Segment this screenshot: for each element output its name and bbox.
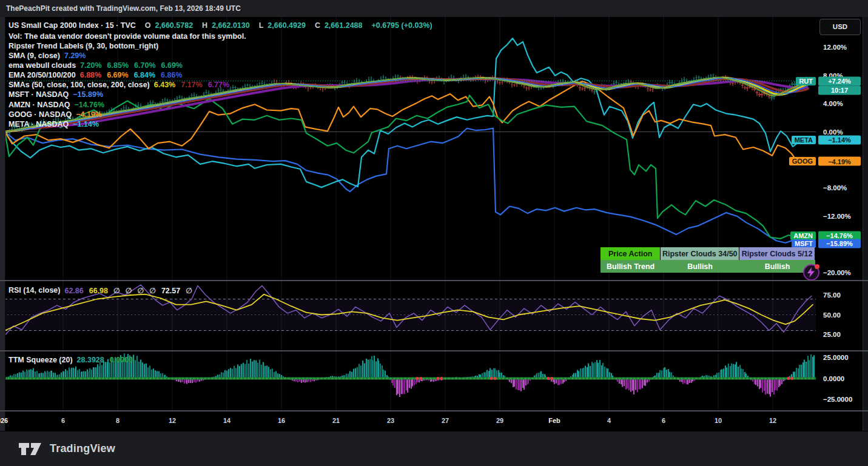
squeeze-off-dot (331, 378, 333, 379)
legend-row-ttm[interactable]: TTM Squeeze (20)28.39280.0000 (8, 355, 138, 365)
collapsed-toolbar-strip[interactable] (0, 17, 5, 431)
ttm-bar (399, 379, 400, 398)
lightning-action-button[interactable] (803, 264, 819, 281)
legend-row-volume-note[interactable]: Vol: The data vendor doesn't provide vol… (8, 32, 246, 41)
squeeze-off-dot (775, 378, 777, 379)
ttm-bar (372, 360, 373, 378)
rsi-legend-value: ∅ (113, 287, 120, 295)
squeeze-on-dot (437, 377, 440, 380)
series-label-badge-msft: MSFT (792, 239, 816, 248)
ttm-bar (353, 369, 354, 379)
ttm-bar (580, 368, 581, 379)
ripster-header-price-action: Price Action (601, 247, 660, 260)
ttm-bar (806, 362, 807, 379)
squeeze-off-dot (793, 378, 795, 379)
ttm-bar (778, 379, 779, 387)
ttm-bar (257, 363, 258, 379)
ttm-bar (742, 369, 744, 378)
ttm-bar (720, 370, 721, 378)
ttm-bar (775, 379, 776, 390)
currency-unit-button[interactable]: USD (819, 19, 861, 35)
pane-separator-rsi-ttm[interactable] (0, 350, 868, 351)
legend-row-sma-9[interactable]: SMA (9, close)7.29% (8, 51, 91, 61)
legend-label: MSFT · NASDAQ (8, 90, 69, 99)
squeeze-off-dot (797, 378, 799, 379)
ttm-bar (263, 362, 264, 379)
squeeze-off-dot (459, 378, 460, 379)
ttm-bar (738, 367, 739, 378)
ttm-bar (604, 367, 605, 378)
time-tick-14: 14 (223, 417, 230, 424)
series-label-badge-goog: GOOG (789, 157, 816, 165)
squeeze-off-dot (142, 378, 144, 379)
legend-row-smas-50-100-200[interactable]: SMAs (50, close, 100, close, 200, close)… (8, 80, 235, 90)
legend-row-meta[interactable]: META · NASDAQ−1.14% (8, 119, 104, 129)
ttm-bar (375, 361, 377, 378)
legend-row-ripster-trend-labels[interactable]: Ripster Trend Labels (9, 30, bottom_righ… (8, 41, 158, 51)
squeeze-off-dot (408, 378, 409, 379)
squeeze-off-dot (255, 378, 257, 379)
squeeze-off-dot (411, 378, 413, 379)
legend-row-ema-20-50-100-200[interactable]: EMA 20/50/100/2006.88%6.69%6.84%6.86% (8, 70, 188, 80)
squeeze-off-dot (753, 378, 755, 379)
ttm-bar (266, 365, 267, 378)
squeeze-off-dot (244, 378, 246, 379)
ohlc-value: 2,661.2488 (325, 21, 363, 30)
squeeze-off-dot (557, 378, 559, 379)
ttm-bar (224, 370, 226, 379)
legend-row-goog[interactable]: GOOG · NASDAQ−4.19% (8, 110, 107, 119)
squeeze-off-dot (637, 378, 639, 379)
squeeze-off-dot (229, 378, 231, 379)
squeeze-off-dot (247, 378, 249, 379)
ttm-bar (664, 367, 665, 379)
ttm-bar (402, 379, 403, 394)
legend-value: 7.17% (181, 81, 202, 89)
ttm-bar (71, 368, 72, 379)
legend-label: AMZN · NASDAQ (8, 101, 70, 109)
squeeze-on-dot (791, 377, 794, 380)
time-tick-16: 16 (278, 417, 285, 424)
squeeze-off-dot (608, 378, 610, 379)
squeeze-off-dot (335, 378, 337, 379)
pane-separator-main-rsi[interactable] (0, 280, 868, 281)
ttm-bar (246, 360, 247, 379)
squeeze-off-dot (735, 378, 737, 379)
squeeze-off-dot (757, 378, 759, 379)
squeeze-off-dot (480, 378, 482, 379)
squeeze-off-dot (251, 378, 253, 379)
ttm-bar (268, 367, 269, 378)
tradingview-brand-text[interactable]: TradingView (50, 442, 115, 455)
legend-value: 6.70% (134, 61, 155, 70)
legend-row-msft[interactable]: MSFT · NASDAQ−15.89% (8, 90, 109, 99)
ttm-bar (733, 364, 734, 379)
legend-row-amzn[interactable]: AMZN · NASDAQ−14.76% (8, 100, 110, 110)
squeeze-on-dot (490, 377, 493, 380)
tradingview-logo-icon[interactable] (18, 441, 44, 457)
ttm-bar (93, 367, 95, 378)
ttm-bar (730, 366, 731, 378)
legend-row-rsi[interactable]: RSI (14, close)62.8666.98∅∅∅∅72.57∅ (8, 285, 198, 295)
squeeze-off-dot (772, 378, 773, 379)
ttm-bar (741, 368, 742, 378)
time-tick-6: 6 (61, 417, 65, 424)
ttm-bar (95, 367, 96, 378)
squeeze-off-dot (237, 378, 238, 379)
squeeze-off-dot (466, 378, 468, 379)
symbol-legend-row[interactable]: US Small Cap 2000 Index · 15 · TVCO2,660… (8, 21, 432, 30)
rsi-axis-label: 50.00 (823, 311, 841, 319)
squeeze-off-dot (215, 378, 217, 379)
squeeze-off-dot (455, 378, 457, 379)
ttm-bar (622, 379, 623, 387)
legend-value: 7.29% (64, 52, 86, 60)
squeeze-off-dot (204, 378, 206, 379)
legend-row-ema-webull-clouds[interactable]: ema webull clouds7.20%6.85%6.70%6.69% (8, 61, 188, 70)
squeeze-off-dot (702, 378, 704, 379)
squeeze-off-dot (346, 378, 348, 379)
squeeze-off-dot (611, 378, 613, 379)
squeeze-off-dot (277, 378, 278, 379)
ttm-legend-value: 0.0000 (110, 356, 133, 364)
ttm-bar (593, 363, 594, 378)
squeeze-off-dot (291, 378, 293, 379)
squeeze-off-dot (25, 378, 27, 379)
squeeze-off-dot (98, 378, 100, 379)
